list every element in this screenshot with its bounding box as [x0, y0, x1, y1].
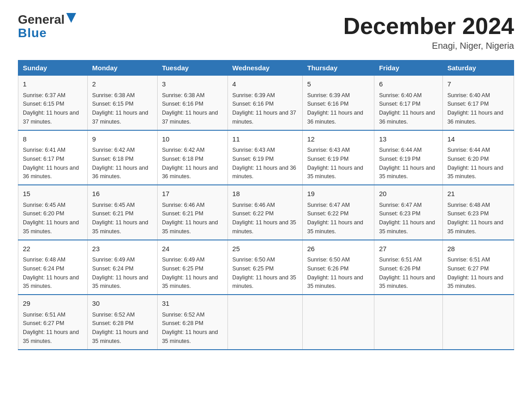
calendar-cell: 9Sunrise: 6:42 AMSunset: 6:18 PMDaylight… — [87, 130, 157, 185]
calendar-cell — [374, 295, 442, 350]
calendar-cell: 26Sunrise: 6:50 AMSunset: 6:26 PMDayligh… — [302, 240, 374, 295]
calendar-week-2: 8Sunrise: 6:41 AMSunset: 6:17 PMDaylight… — [18, 130, 514, 185]
calendar-week-3: 15Sunrise: 6:45 AMSunset: 6:20 PMDayligh… — [18, 185, 514, 240]
day-info: Sunrise: 6:46 AMSunset: 6:21 PMDaylight:… — [162, 202, 218, 235]
header-tuesday: Tuesday — [157, 60, 227, 76]
header-saturday: Saturday — [442, 60, 514, 76]
day-info: Sunrise: 6:39 AMSunset: 6:16 PMDaylight:… — [232, 92, 296, 125]
day-number: 31 — [162, 299, 223, 309]
day-info: Sunrise: 6:38 AMSunset: 6:15 PMDaylight:… — [92, 92, 148, 125]
svg-marker-0 — [66, 13, 76, 23]
day-number: 21 — [447, 189, 509, 199]
calendar-cell: 14Sunrise: 6:44 AMSunset: 6:20 PMDayligh… — [442, 130, 514, 185]
calendar-cell: 16Sunrise: 6:45 AMSunset: 6:21 PMDayligh… — [87, 185, 157, 240]
day-info: Sunrise: 6:42 AMSunset: 6:18 PMDaylight:… — [92, 147, 148, 180]
calendar-cell: 7Sunrise: 6:40 AMSunset: 6:17 PMDaylight… — [442, 76, 514, 130]
day-info: Sunrise: 6:51 AMSunset: 6:26 PMDaylight:… — [379, 257, 435, 289]
day-number: 11 — [232, 134, 298, 145]
day-info: Sunrise: 6:46 AMSunset: 6:22 PMDaylight:… — [232, 202, 296, 235]
calendar-cell — [227, 295, 302, 350]
header-friday: Friday — [374, 60, 442, 76]
day-info: Sunrise: 6:42 AMSunset: 6:18 PMDaylight:… — [162, 147, 218, 180]
day-info: Sunrise: 6:43 AMSunset: 6:19 PMDaylight:… — [307, 147, 363, 180]
day-number: 19 — [307, 189, 369, 199]
page-header: General Blue December 2024 Enagi, Niger,… — [18, 13, 514, 51]
day-number: 7 — [447, 79, 509, 90]
calendar-cell — [442, 295, 514, 350]
day-info: Sunrise: 6:45 AMSunset: 6:21 PMDaylight:… — [92, 202, 148, 235]
day-info: Sunrise: 6:48 AMSunset: 6:24 PMDaylight:… — [23, 257, 79, 289]
calendar-cell: 3Sunrise: 6:38 AMSunset: 6:16 PMDaylight… — [157, 76, 227, 130]
day-number: 17 — [162, 189, 223, 199]
day-info: Sunrise: 6:50 AMSunset: 6:25 PMDaylight:… — [232, 257, 296, 289]
day-info: Sunrise: 6:48 AMSunset: 6:23 PMDaylight:… — [447, 202, 503, 235]
logo-text-blue: Blue — [18, 26, 47, 40]
logo-text-general: General — [18, 13, 64, 26]
day-info: Sunrise: 6:52 AMSunset: 6:28 PMDaylight:… — [162, 312, 218, 344]
calendar-cell: 28Sunrise: 6:51 AMSunset: 6:27 PMDayligh… — [442, 240, 514, 295]
calendar-cell: 22Sunrise: 6:48 AMSunset: 6:24 PMDayligh… — [18, 240, 88, 295]
header-thursday: Thursday — [302, 60, 374, 76]
day-number: 16 — [92, 189, 153, 199]
day-number: 4 — [232, 79, 298, 90]
day-info: Sunrise: 6:51 AMSunset: 6:27 PMDaylight:… — [23, 312, 79, 344]
day-number: 26 — [307, 244, 369, 254]
day-info: Sunrise: 6:50 AMSunset: 6:26 PMDaylight:… — [307, 257, 363, 289]
day-number: 1 — [23, 79, 83, 90]
day-info: Sunrise: 6:52 AMSunset: 6:28 PMDaylight:… — [92, 312, 148, 344]
calendar-cell: 4Sunrise: 6:39 AMSunset: 6:16 PMDaylight… — [227, 76, 302, 130]
day-info: Sunrise: 6:51 AMSunset: 6:27 PMDaylight:… — [447, 257, 503, 289]
month-title: December 2024 — [343, 13, 514, 39]
calendar-week-5: 29Sunrise: 6:51 AMSunset: 6:27 PMDayligh… — [18, 295, 514, 350]
day-number: 20 — [379, 189, 438, 199]
calendar-cell: 10Sunrise: 6:42 AMSunset: 6:18 PMDayligh… — [157, 130, 227, 185]
calendar-cell: 12Sunrise: 6:43 AMSunset: 6:19 PMDayligh… — [302, 130, 374, 185]
calendar-cell: 18Sunrise: 6:46 AMSunset: 6:22 PMDayligh… — [227, 185, 302, 240]
day-info: Sunrise: 6:40 AMSunset: 6:17 PMDaylight:… — [447, 92, 503, 125]
day-number: 23 — [92, 244, 153, 254]
day-info: Sunrise: 6:40 AMSunset: 6:17 PMDaylight:… — [379, 92, 435, 125]
day-number: 30 — [92, 299, 153, 309]
calendar-cell: 6Sunrise: 6:40 AMSunset: 6:17 PMDaylight… — [374, 76, 442, 130]
day-number: 29 — [23, 299, 83, 309]
day-info: Sunrise: 6:47 AMSunset: 6:23 PMDaylight:… — [379, 202, 435, 235]
day-number: 14 — [447, 134, 509, 145]
day-info: Sunrise: 6:44 AMSunset: 6:20 PMDaylight:… — [447, 147, 503, 180]
day-info: Sunrise: 6:49 AMSunset: 6:24 PMDaylight:… — [92, 257, 148, 289]
calendar-cell: 23Sunrise: 6:49 AMSunset: 6:24 PMDayligh… — [87, 240, 157, 295]
calendar-week-4: 22Sunrise: 6:48 AMSunset: 6:24 PMDayligh… — [18, 240, 514, 295]
title-area: December 2024 Enagi, Niger, Nigeria — [343, 13, 514, 51]
logo: General Blue — [18, 13, 76, 40]
calendar-cell: 17Sunrise: 6:46 AMSunset: 6:21 PMDayligh… — [157, 185, 227, 240]
calendar-cell: 24Sunrise: 6:49 AMSunset: 6:25 PMDayligh… — [157, 240, 227, 295]
day-number: 28 — [447, 244, 509, 254]
calendar-cell: 8Sunrise: 6:41 AMSunset: 6:17 PMDaylight… — [18, 130, 88, 185]
day-number: 27 — [379, 244, 438, 254]
calendar-cell: 11Sunrise: 6:43 AMSunset: 6:19 PMDayligh… — [227, 130, 302, 185]
day-info: Sunrise: 6:38 AMSunset: 6:16 PMDaylight:… — [162, 92, 218, 125]
day-info: Sunrise: 6:44 AMSunset: 6:19 PMDaylight:… — [379, 147, 435, 180]
calendar-cell: 19Sunrise: 6:47 AMSunset: 6:22 PMDayligh… — [302, 185, 374, 240]
day-number: 2 — [92, 79, 153, 90]
calendar-header-row: SundayMondayTuesdayWednesdayThursdayFrid… — [18, 60, 514, 76]
day-number: 10 — [162, 134, 223, 145]
calendar-cell: 25Sunrise: 6:50 AMSunset: 6:25 PMDayligh… — [227, 240, 302, 295]
day-info: Sunrise: 6:37 AMSunset: 6:15 PMDaylight:… — [23, 92, 79, 125]
day-number: 12 — [307, 134, 369, 145]
header-sunday: Sunday — [18, 60, 88, 76]
day-info: Sunrise: 6:39 AMSunset: 6:16 PMDaylight:… — [307, 92, 363, 125]
day-number: 3 — [162, 79, 223, 90]
day-number: 6 — [379, 79, 438, 90]
day-number: 9 — [92, 134, 153, 145]
day-info: Sunrise: 6:43 AMSunset: 6:19 PMDaylight:… — [232, 147, 296, 180]
calendar-cell: 15Sunrise: 6:45 AMSunset: 6:20 PMDayligh… — [18, 185, 88, 240]
calendar-cell: 5Sunrise: 6:39 AMSunset: 6:16 PMDaylight… — [302, 76, 374, 130]
calendar-cell — [302, 295, 374, 350]
calendar-week-1: 1Sunrise: 6:37 AMSunset: 6:15 PMDaylight… — [18, 76, 514, 130]
calendar-cell: 20Sunrise: 6:47 AMSunset: 6:23 PMDayligh… — [374, 185, 442, 240]
day-info: Sunrise: 6:47 AMSunset: 6:22 PMDaylight:… — [307, 202, 363, 235]
header-wednesday: Wednesday — [227, 60, 302, 76]
calendar-cell: 27Sunrise: 6:51 AMSunset: 6:26 PMDayligh… — [374, 240, 442, 295]
calendar-table: SundayMondayTuesdayWednesdayThursdayFrid… — [18, 60, 514, 350]
calendar-cell: 2Sunrise: 6:38 AMSunset: 6:15 PMDaylight… — [87, 76, 157, 130]
